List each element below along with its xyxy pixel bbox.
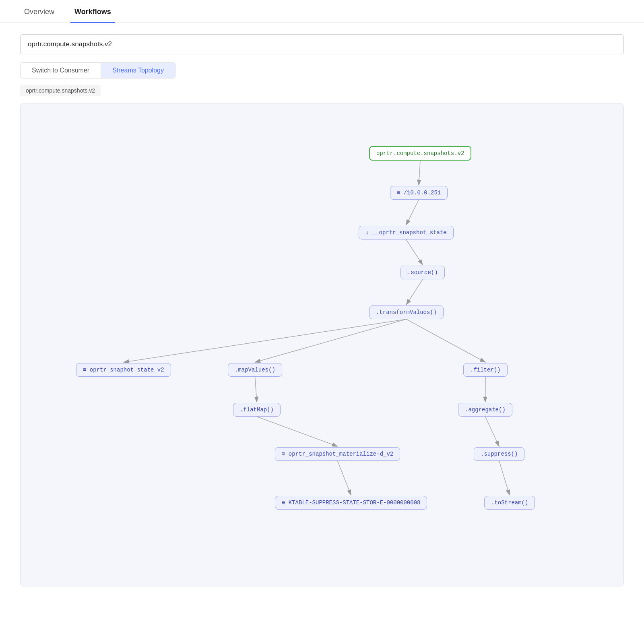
breadcrumb: oprtr.compute.snapshots.v2	[20, 85, 101, 96]
search-input[interactable]	[20, 34, 624, 54]
topology-node-n7[interactable]: .mapValues()	[228, 363, 282, 377]
topology-node-n11[interactable]: ≡ oprtr_snapshot_materialize-d_v2	[275, 447, 400, 461]
svg-line-10	[257, 417, 338, 446]
tabs-bar: Overview Workflows	[0, 0, 644, 23]
toggle-row: Switch to Consumer Streams Topology	[20, 62, 624, 78]
topology-node-n10[interactable]: .aggregate()	[458, 403, 512, 417]
topology-node-n9[interactable]: .flatMap()	[233, 403, 281, 417]
svg-line-4	[407, 279, 423, 305]
topology-node-n5[interactable]: .transformValues()	[369, 305, 444, 319]
topology-node-n6[interactable]: ≡ oprtr_snaphot_state_v2	[76, 363, 171, 377]
svg-line-1	[419, 161, 421, 185]
topology-node-n8[interactable]: .filter()	[463, 363, 508, 377]
svg-line-7	[407, 319, 486, 362]
topology-node-n4[interactable]: .source()	[400, 266, 445, 279]
streams-topology-button[interactable]: Streams Topology	[101, 62, 175, 78]
topology-node-n1[interactable]: oprtr.compute.snapshots.v2	[369, 146, 471, 161]
topology-node-n14[interactable]: .toStream()	[484, 496, 535, 510]
svg-line-2	[406, 200, 419, 225]
topology-canvas: oprtr.compute.snapshots.v2≡ /10.0.0.251↓…	[20, 103, 624, 586]
svg-line-12	[338, 461, 351, 495]
topology-node-n2[interactable]: ≡ /10.0.0.251	[390, 186, 448, 200]
topology-node-n13[interactable]: ≡ KTABLE-SUPPRESS-STATE-STOR-E-000000000…	[275, 496, 427, 510]
topology-node-n3[interactable]: ↓ __oprtr_snapshot_state	[359, 226, 454, 239]
svg-line-3	[406, 239, 423, 265]
topology-node-n12[interactable]: .suppress()	[474, 447, 524, 461]
svg-line-13	[499, 461, 510, 495]
svg-line-11	[485, 417, 500, 446]
svg-line-6	[255, 319, 407, 362]
svg-line-9	[485, 377, 486, 402]
tab-workflows[interactable]: Workflows	[70, 0, 115, 23]
svg-line-5	[124, 319, 407, 362]
svg-line-8	[255, 377, 257, 402]
tab-overview[interactable]: Overview	[20, 0, 58, 23]
switch-to-consumer-button[interactable]: Switch to Consumer	[20, 62, 101, 78]
